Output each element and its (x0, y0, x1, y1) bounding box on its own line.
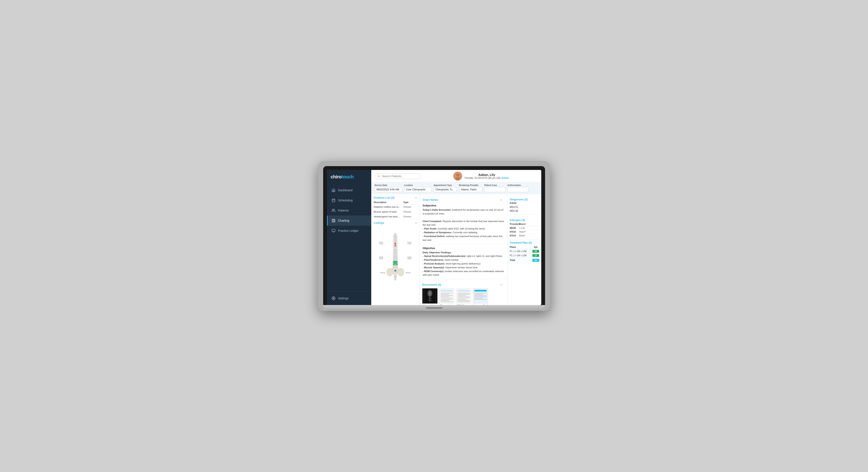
patient-status-badge: Active (501, 176, 509, 179)
pain-tend-label: - Pain/Tenderness: (423, 259, 444, 261)
doc-thumb-xray[interactable]: Cervical X-ray (422, 288, 437, 305)
charge-desc-0: 1-2 Ar (519, 227, 539, 229)
charge-proc-2: 97X14 (510, 235, 519, 237)
patients-label: Patients (338, 209, 349, 212)
doc-line (458, 299, 466, 299)
svg-text:Fusion: Fusion (379, 241, 383, 243)
postural: - Postural Analysis: short right leg (pe… (423, 262, 504, 266)
pain-scale: - Pain Scale: currently rated 5/10, with… (423, 227, 504, 231)
chiro-doc-image (439, 288, 454, 303)
problem-row[interactable]: Diabetes mellitus due to... Chronic (371, 205, 420, 209)
svg-point-31 (393, 237, 397, 239)
ledger-icon (331, 229, 336, 233)
pain-scale-label: - Pain Scale: (423, 227, 437, 230)
treat-apt-1: 12 (532, 254, 539, 257)
xray-svg (425, 289, 435, 303)
app-logo: chirotouch (327, 170, 371, 183)
search-box[interactable] (375, 173, 421, 179)
doc-thumb-insurance[interactable]: Insurance Card (473, 288, 488, 305)
sidebar-item-charting[interactable]: Charting (327, 215, 371, 226)
doc-line (474, 297, 487, 297)
svg-point-62 (394, 278, 396, 280)
avatar-image (453, 172, 462, 180)
doc-line (474, 298, 483, 298)
rom-label: - ROM Concern(s): (423, 270, 444, 272)
doc-line (441, 299, 453, 299)
left-column: Problem List (3) ⇔ Description Type Diab… (371, 194, 420, 305)
patients-icon (331, 208, 336, 213)
charges-rows: 98X40 1-2 Ar 97X10 Heat P 97X14 Electri (510, 226, 539, 238)
patient-demographics: Female, 01/30/1976 (46 yrs old) (465, 176, 501, 179)
chart-notes-expand[interactable]: ⇔ (500, 199, 502, 201)
doc-label-xray: Cervical X-ray (423, 304, 436, 305)
svg-text:Supine: Supine (407, 258, 412, 259)
svg-text:Fusion: Fusion (379, 243, 383, 244)
spine-svg: Fusion Fusion Fusion Fusion Supine Supin… (376, 227, 414, 286)
radiation-text: Currently non-radiating (452, 231, 477, 234)
auth-input[interactable] (507, 187, 529, 192)
doc-line (441, 301, 453, 302)
patient-case-input[interactable] (484, 187, 505, 192)
location-input[interactable] (404, 187, 432, 192)
treat-phase-0: P1: 1 x 1W x 12W (510, 250, 532, 253)
diag-code-0: M54.51 (510, 205, 539, 209)
treat-col-apt: Apt (532, 246, 539, 248)
logo-touch: touch (341, 174, 353, 179)
charge-row[interactable]: 97X10 Heat P (510, 230, 539, 234)
daily-objective: Daily Objective Findings: (423, 251, 504, 255)
doc-line (441, 298, 453, 298)
rendering-input[interactable] (459, 187, 482, 192)
patient-case-field: Patient Case (484, 184, 505, 192)
svg-point-42 (393, 255, 398, 257)
sidebar-item-dashboard[interactable]: Dashboard (327, 185, 371, 195)
service-date-input[interactable] (375, 187, 402, 192)
sidebar-item-scheduling[interactable]: Scheduling (327, 195, 371, 205)
appt-type-input[interactable] (434, 187, 457, 192)
treat-phase-1: P2: 1 x 1W x 12W (510, 254, 532, 257)
treat-row-1[interactable]: P2: 1 x 1W x 12W 12 (510, 254, 539, 258)
svg-point-36 (393, 246, 398, 248)
problem-list-columns: Description Type (371, 200, 420, 205)
service-bar: Service Date Location Appointment Type R… (371, 182, 541, 194)
sidebar-item-patients[interactable]: Patients (327, 205, 371, 215)
svg-point-14 (378, 175, 379, 177)
svg-point-39 (393, 249, 398, 251)
charge-desc-1: Heat P (519, 231, 539, 233)
treat-col-phase: Phase (510, 246, 532, 248)
problem-list-expand[interactable]: ⇔ (415, 196, 417, 199)
sidebar-nav: Dashboard Scheduling Patients (327, 183, 371, 291)
doc-line (474, 295, 487, 296)
search-input[interactable] (382, 175, 416, 178)
hipaa-doc-image (456, 288, 471, 303)
svg-rect-0 (332, 199, 335, 202)
problem-list-header: Problem List (3) ⇔ (371, 194, 420, 200)
charges-title: Charges (3) (510, 218, 525, 222)
listings-expand[interactable]: ⇔ (415, 222, 417, 225)
radiation: - Radiation of Symptoms: Currently non-r… (423, 231, 504, 235)
svg-text:Spondy: Spondy (380, 272, 385, 273)
svg-rect-10 (332, 229, 335, 232)
doc-thumb-chiro[interactable]: Chiropractic ... (439, 288, 454, 305)
problem-row[interactable]: Muscle spasm of back Chronic (371, 209, 420, 214)
svg-text:Supine: Supine (379, 258, 383, 259)
radiation-label: - Radiation of Symptoms: (423, 231, 452, 234)
appt-type-label: Appointment Type (434, 184, 457, 186)
sidebar-item-ledger[interactable]: Practice Ledger (327, 226, 371, 236)
treat-row-0[interactable]: P1: 1 x 1W x 12W 12 (510, 249, 539, 254)
svg-point-40 (393, 251, 398, 253)
sidebar-item-settings[interactable]: Settings (331, 294, 367, 302)
doc-line (474, 293, 487, 293)
documents-header: Documents (4) ⇔ (422, 281, 505, 287)
svg-point-51 (393, 259, 398, 261)
documents-expand[interactable]: ⇔ (500, 283, 502, 286)
charting-label: Charting (338, 219, 349, 222)
doc-label-chiro: Chiropractic ... (440, 304, 453, 305)
prob-col-type: Type (403, 201, 417, 204)
charge-row[interactable]: 98X40 1-2 Ar (510, 226, 539, 230)
doc-thumb-hipaa[interactable]: HIPAA Conse... (456, 288, 471, 305)
problem-row[interactable]: Vertebrogenic low back ... Chronic (371, 214, 420, 219)
charge-row[interactable]: 97X14 Electri (510, 234, 539, 238)
doc-line (474, 299, 487, 300)
charges-header: Charges (3) (510, 216, 539, 223)
prob-desc-0: Diabetes mellitus due to... (374, 206, 403, 208)
